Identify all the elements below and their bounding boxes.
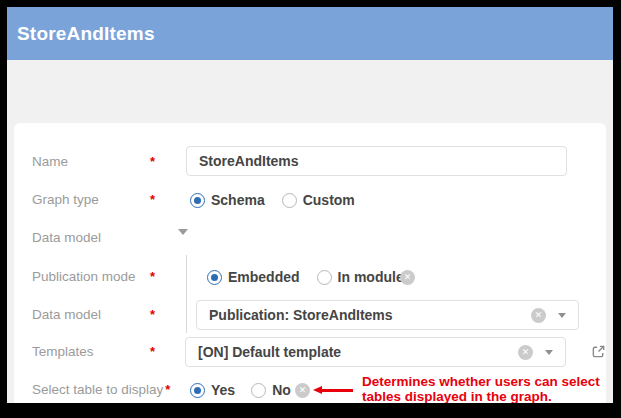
group-indent-line [186,255,187,333]
radio-label: Custom [303,192,355,208]
radio-icon[interactable] [282,193,297,208]
window-frame: StoreAndItems Name * Graph type * Schema… [0,0,621,418]
annotation-arrow [313,386,353,394]
templates-select[interactable]: [ON] Default template ✕ [185,337,566,367]
radio-option-schema[interactable]: Schema [190,192,265,208]
radio-option-custom[interactable]: Custom [282,192,355,208]
required-asterisk: * [150,192,155,207]
annotation-line-1: Determines whether users can select [362,374,600,389]
select-table-label: Select table to display* [32,382,170,397]
radio-icon[interactable] [251,383,266,398]
graph-type-radio-group: Schema Custom [190,192,355,208]
page-title: StoreAndItems [17,23,155,45]
data-model-select[interactable]: Publication: StoreAndItems ✕ [196,300,579,330]
annotation-text: Determines whether users can select tabl… [362,374,600,403]
radio-label: No [272,382,291,398]
data-model-section-label: Data model [32,230,101,245]
select-table-radio-group: Yes No [190,382,291,398]
circle-x-icon[interactable]: ✕ [295,383,310,398]
data-model-select-value: Publication: StoreAndItems [209,307,531,323]
data-model-label: Data model [32,307,101,322]
radio-option-yes[interactable]: Yes [190,382,235,398]
radio-label: Yes [211,382,235,398]
page-background: StoreAndItems Name * Graph type * Schema… [7,7,613,403]
required-asterisk: * [150,154,155,169]
form-card: Name * Graph type * Schema Custom Data m… [14,123,606,403]
graph-type-label: Graph type [32,192,99,207]
required-asterisk: * [165,382,170,397]
circle-x-icon[interactable]: ✕ [518,345,533,360]
name-input[interactable] [186,146,567,176]
chevron-down-icon[interactable] [545,350,553,355]
publication-mode-radio-group: Embedded In module [207,269,404,285]
radio-icon[interactable] [207,270,222,285]
radio-icon[interactable] [317,270,332,285]
chevron-down-icon[interactable] [178,235,188,253]
annotation-line-2: tables displayed in the graph. [362,389,600,403]
radio-icon[interactable] [190,383,205,398]
publication-mode-label: Publication mode [32,269,136,284]
select-table-label-text: Select table to display [32,382,163,397]
circle-x-icon[interactable]: ✕ [400,270,415,285]
chevron-down-icon[interactable] [558,313,566,318]
templates-label: Templates [32,344,94,359]
radio-label: Schema [211,192,265,208]
radio-label: Embedded [228,269,300,285]
circle-x-icon[interactable]: ✕ [531,308,546,323]
radio-option-no[interactable]: No [251,382,291,398]
name-label: Name [32,154,68,169]
radio-option-in-module[interactable]: In module [317,269,404,285]
page-title-bar: StoreAndItems [7,7,613,60]
radio-label: In module [338,269,404,285]
required-asterisk: * [150,307,155,322]
radio-option-embedded[interactable]: Embedded [207,269,300,285]
required-asterisk: * [150,344,155,359]
required-asterisk: * [150,269,155,284]
radio-icon[interactable] [190,193,205,208]
templates-select-value: [ON] Default template [198,344,518,360]
external-link-icon[interactable] [591,344,606,359]
